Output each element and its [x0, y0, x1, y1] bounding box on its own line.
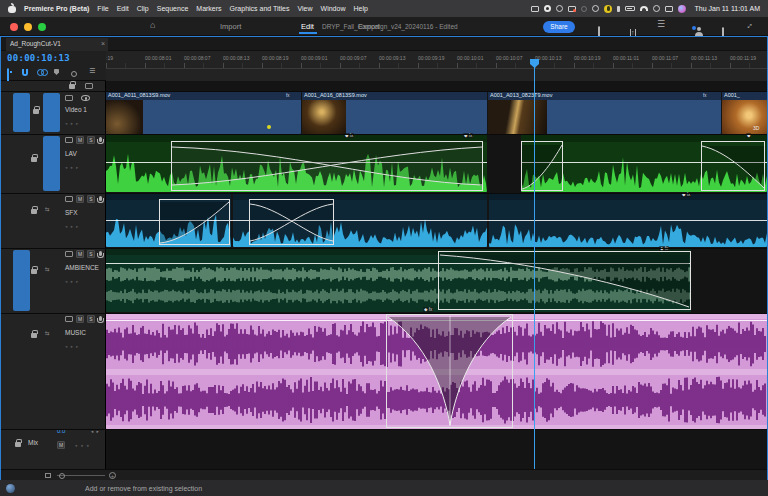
- playhead-timecode[interactable]: 00:00:10:13: [7, 53, 70, 63]
- menu-item[interactable]: Sequence: [157, 5, 189, 12]
- a3-track-name[interactable]: AMBIENCE: [65, 264, 99, 271]
- timeline-menu-icon[interactable]: ☰: [89, 67, 95, 75]
- keyboard-battery-icon[interactable]: [625, 6, 635, 11]
- a3-lock-icon[interactable]: [31, 269, 37, 274]
- control-center-icon[interactable]: [665, 6, 673, 12]
- v1-lock-icon[interactable]: [33, 109, 39, 114]
- a2-voiceover-mic-icon[interactable]: [99, 196, 102, 201]
- menu-item[interactable]: File: [97, 5, 108, 12]
- assistant-icon[interactable]: [604, 5, 612, 13]
- sync-status-icon[interactable]: [6, 484, 15, 493]
- video-clip-1[interactable]: A001_A011_0813S9.mov: [106, 91, 301, 134]
- zoom-slider-handle[interactable]: [59, 473, 65, 479]
- a3-source-patch[interactable]: [13, 250, 30, 311]
- a3-keyframe-nav[interactable]: ◂●▸: [65, 279, 81, 284]
- mix-mute-button[interactable]: M: [57, 441, 65, 449]
- menubar-clock[interactable]: Thu Jan 11 11:01 AM: [694, 5, 760, 12]
- search-icon[interactable]: [653, 5, 660, 12]
- video-clip-2-name: A001_A016_0813S9.mov: [302, 91, 487, 100]
- video-clip-1-thumbnail: [106, 100, 143, 134]
- v2-output-icon[interactable]: [85, 83, 93, 89]
- a2-sync-lock-icon[interactable]: ⇆: [45, 206, 50, 212]
- a1-keyframe-nav[interactable]: ◂●▸: [65, 165, 81, 170]
- menu-item[interactable]: View: [298, 5, 313, 12]
- close-window-button[interactable]: [10, 23, 18, 31]
- v1-source-patch[interactable]: [13, 93, 30, 132]
- close-sequence-icon[interactable]: ×: [101, 40, 105, 47]
- v1-track-name[interactable]: Video 1: [65, 106, 87, 113]
- a4-keyframe-nav[interactable]: ◂●▸: [65, 344, 81, 349]
- playhead-line[interactable]: [534, 61, 535, 469]
- sync-icon[interactable]: [592, 5, 599, 12]
- v1-target-patch[interactable]: [43, 93, 60, 132]
- tab-edit[interactable]: Edit: [301, 22, 314, 31]
- snap-icon[interactable]: [22, 69, 28, 76]
- a4-track-name[interactable]: MUSIC: [65, 329, 86, 336]
- zoom-out-icon[interactable]: [45, 473, 51, 478]
- video-clip-2[interactable]: A001_A016_0813S9.mov: [302, 91, 487, 134]
- a2-keyframe-nav[interactable]: ◂●▸: [65, 224, 81, 229]
- a4-insert-icon[interactable]: [65, 316, 73, 322]
- menu-item[interactable]: Help: [353, 5, 367, 12]
- display-icon[interactable]: [531, 6, 539, 12]
- app-menu-title[interactable]: Premiere Pro (Beta): [24, 5, 89, 12]
- a1-insert-icon[interactable]: [65, 137, 73, 143]
- mix-extra-buttons[interactable]: ●●●: [75, 443, 92, 448]
- fullscreen-icon[interactable]: ↔: [742, 18, 755, 31]
- a3-insert-icon[interactable]: [65, 251, 73, 257]
- home-icon[interactable]: ⌂: [150, 20, 155, 30]
- a1-mute-button[interactable]: M: [76, 136, 84, 144]
- a3-sync-lock-icon[interactable]: ⇆: [45, 266, 50, 272]
- a2-solo-button[interactable]: S: [87, 195, 95, 203]
- do-not-disturb-icon[interactable]: [581, 6, 587, 12]
- apple-menu-icon[interactable]: [8, 4, 16, 13]
- a2-lock-icon[interactable]: [31, 209, 37, 214]
- share-button[interactable]: Share: [543, 21, 575, 33]
- a3-voiceover-mic-icon[interactable]: [99, 251, 102, 256]
- a1-lock-icon[interactable]: [31, 157, 37, 162]
- mix-track-name[interactable]: Mix: [28, 439, 38, 446]
- video-clip-4[interactable]: A001_: [722, 91, 767, 134]
- music-fx-chip[interactable]: ◆ fx: [423, 307, 433, 312]
- menu-item[interactable]: Edit: [117, 5, 129, 12]
- add-marker-icon[interactable]: [54, 69, 59, 75]
- time-ruler[interactable]: :1900:00:08:0100:00:08:0700:00:08:1300:0…: [106, 51, 767, 81]
- wifi-icon[interactable]: [640, 6, 648, 11]
- a2-track-name[interactable]: SFX: [65, 209, 78, 216]
- menu-item[interactable]: Graphics and Titles: [230, 5, 290, 12]
- a1-target-patch[interactable]: [43, 136, 60, 191]
- siri-icon[interactable]: [678, 5, 686, 13]
- a3-solo-button[interactable]: S: [87, 250, 95, 258]
- screen-record-icon[interactable]: [544, 5, 551, 12]
- color-swatch-icon[interactable]: [568, 6, 576, 12]
- a2-insert-icon[interactable]: [65, 196, 73, 202]
- clip-marker-dot[interactable]: [267, 125, 271, 129]
- a1-track-name[interactable]: LAV: [65, 150, 77, 157]
- menu-item[interactable]: Clip: [137, 5, 149, 12]
- sequence-tab[interactable]: Ad_RoughCut-V1 ×: [6, 38, 108, 51]
- apps-icon[interactable]: [556, 5, 563, 12]
- a2-mute-button[interactable]: M: [76, 195, 84, 203]
- a1-voiceover-mic-icon[interactable]: [99, 137, 102, 142]
- v1-insert-icon[interactable]: [65, 95, 73, 101]
- zoom-in-icon[interactable]: +: [109, 472, 116, 479]
- bluetooth-icon[interactable]: [617, 6, 620, 12]
- menu-item[interactable]: Window: [321, 5, 346, 12]
- menu-item[interactable]: Markers: [196, 5, 221, 12]
- list-icon[interactable]: ☰: [657, 19, 665, 29]
- minimize-window-button[interactable]: [24, 23, 32, 31]
- v1-keyframe-nav[interactable]: ◂●▸: [65, 121, 81, 126]
- a4-sync-lock-icon[interactable]: ⇆: [45, 330, 50, 336]
- a4-mute-button[interactable]: M: [76, 315, 84, 323]
- maximize-window-button[interactable]: [38, 23, 46, 31]
- a4-voiceover-mic-icon[interactable]: [99, 316, 102, 321]
- tab-import[interactable]: Import: [220, 22, 241, 31]
- a1-solo-button[interactable]: S: [87, 136, 95, 144]
- a4-solo-button[interactable]: S: [87, 315, 95, 323]
- a4-lock-icon[interactable]: [31, 333, 37, 338]
- v2-lock-icon[interactable]: [69, 84, 75, 89]
- v1-toggle-output-eye-icon[interactable]: [81, 95, 90, 101]
- mix-lock-icon[interactable]: [15, 442, 21, 447]
- video-clip-3[interactable]: A001_A013_0823T9.mov: [488, 91, 721, 134]
- a3-mute-button[interactable]: M: [76, 250, 84, 258]
